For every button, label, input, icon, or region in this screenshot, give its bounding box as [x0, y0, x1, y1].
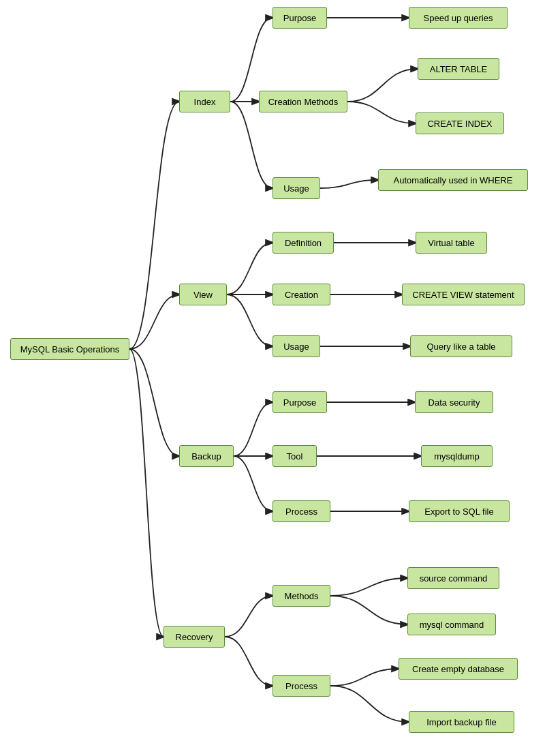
node-virtual_table: Virtual table [416, 232, 487, 254]
node-source_cmd: source command [407, 567, 499, 589]
node-backup: Backup [179, 445, 234, 467]
node-data_security: Data security [415, 391, 493, 413]
node-index_purpose: Purpose [272, 7, 327, 29]
node-recovery_process: Process [272, 675, 330, 697]
node-index_usage: Usage [272, 177, 320, 199]
node-auto_where: Automatically used in WHERE [378, 169, 528, 191]
node-create_index: CREATE INDEX [416, 112, 504, 134]
node-root: MySQL Basic Operations [10, 338, 129, 360]
node-backup_purpose: Purpose [272, 391, 327, 413]
node-view: View [179, 284, 227, 305]
node-view_creation: Creation [272, 284, 330, 305]
node-backup_tool: Tool [272, 445, 317, 467]
node-export_sql: Export to SQL file [409, 500, 510, 522]
node-index: Index [179, 91, 230, 112]
node-create_view_stmt: CREATE VIEW statement [402, 284, 525, 305]
node-import_backup: Import backup file [409, 711, 514, 733]
node-recovery: Recovery [164, 626, 225, 648]
node-backup_process: Process [272, 500, 330, 522]
node-create_empty_db: Create empty database [399, 658, 518, 680]
node-recovery_methods: Methods [272, 585, 330, 607]
node-index_creation_methods: Creation Methods [259, 91, 347, 112]
node-speed_up: Speed up queries [409, 7, 508, 29]
node-mysql_cmd: mysql command [407, 614, 496, 635]
node-alter_table: ALTER TABLE [418, 58, 499, 80]
mind-map-container: MySQL Basic OperationsIndexViewBackupRec… [0, 0, 545, 756]
node-query_like_table: Query like a table [410, 335, 512, 357]
node-view_usage: Usage [272, 335, 320, 357]
node-mysqldump: mysqldump [421, 445, 493, 467]
node-view_definition: Definition [272, 232, 334, 254]
